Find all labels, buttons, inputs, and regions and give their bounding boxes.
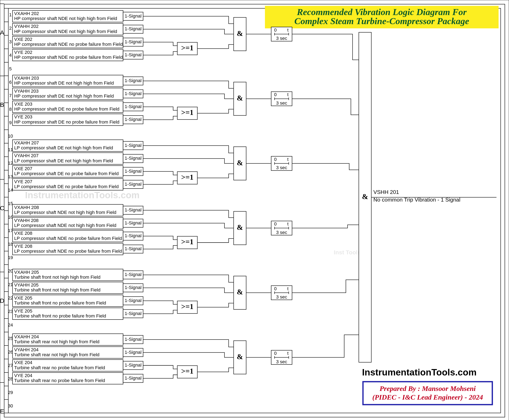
signal-desc: HP compressor shaft NDE not high high fr… [14,16,117,21]
timer-t: t [287,221,289,226]
signal-desc: HP compressor shaft NDE not high high fr… [14,29,117,34]
one-signal-label: 1-Signal [125,156,142,161]
timer-duration: 3 sec [276,230,287,235]
logic-diagram: 1234567891011121314151617181920212223242… [0,0,509,420]
row-number-28: 28 [8,376,13,382]
signal-tag: VYAHH 203 [14,89,38,94]
brand-label: InstrumentationTools.com [362,367,477,377]
row-number-1: 1 [9,12,12,17]
title-line2: Complex Steam Turbine-Compressor Package [294,16,469,26]
signal-desc: LP compressor shaft DE no probe failure … [14,171,119,176]
row-letter-B: B [0,101,4,108]
row-letter-A: A [0,29,4,36]
timer-duration: 3 sec [276,359,287,364]
row-number-13: 13 [8,174,13,179]
output-desc: No common Trip Vibration - 1 Signal [374,197,460,203]
one-signal-label: 1-Signal [125,298,142,303]
signal-tag: VYE 204 [14,373,32,378]
signal-tag: VXE 204 [14,360,32,365]
signal-desc: HP compressor shaft DE no probe failure … [14,120,120,125]
row-letter-C: C [0,205,4,211]
row-number-14: 14 [8,188,13,193]
and-label: & [237,159,243,167]
timer-t: t [287,157,289,162]
row-number-9: 9 [9,120,12,125]
row-number-8: 8 [9,107,12,112]
signal-desc: LP compressor shaft DE not high high fro… [14,145,113,150]
and-label: & [237,94,243,102]
signal-desc: Turbine shaft front not high high from F… [14,287,100,292]
signal-desc: Turbine shaft front no probe failure fro… [14,300,106,306]
or-label: >=1 [181,173,194,181]
timer-t: t [287,286,289,291]
row-number-12: 12 [8,160,13,166]
row-number-2: 2 [9,26,12,31]
row-number-10: 10 [8,134,13,139]
signal-tag: VXE 205 [14,295,32,300]
signal-desc: Turbine shaft front not high high from F… [14,275,100,280]
one-signal-label: 1-Signal [125,272,142,277]
signal-desc: HP compressor shaft NDE no probe failure… [14,55,123,60]
one-signal-label: 1-Signal [125,143,142,148]
timer-zero: 0 [274,221,277,226]
one-signal-label: 1-Signal [125,375,142,381]
signal-tag: VYAHH 202 [14,24,38,29]
signal-tag: VXAHH 205 [14,270,39,275]
row-number-22: 22 [8,295,13,300]
title-line1: Recommended Vibration Logic Diagram For [297,7,467,17]
credit-line2: (PIDEC - I&C Lead Engineer) - 2024 [372,393,483,401]
timer-duration: 3 sec [276,165,287,170]
timer-t: t [287,351,289,356]
or-label: >=1 [181,302,194,311]
signal-tag: VYE 207 [14,179,32,184]
row-number-19: 19 [8,255,13,260]
final-and-label: & [362,193,368,201]
row-number-16: 16 [8,215,13,220]
one-signal-label: 1-Signal [125,220,142,225]
timer-zero: 0 [274,157,277,162]
and-label: & [237,288,243,296]
and-label: & [237,352,243,361]
one-signal-label: 1-Signal [125,91,142,96]
one-signal-label: 1-Signal [125,181,142,187]
timer-t: t [287,92,289,97]
signal-tag: VXE 202 [14,37,32,42]
signal-desc: Turbine shaft rear not high high from Fi… [14,352,99,357]
signal-tag: VXE 203 [14,102,32,107]
signal-tag: VYE 202 [14,50,32,55]
one-signal-label: 1-Signal [125,337,142,342]
signal-tag: VXAHH 208 [14,205,39,210]
signal-desc: LP compressor shaft NDE no probe failure… [14,236,122,241]
signal-tag: VYE 208 [14,244,32,249]
one-signal-label: 1-Signal [125,246,142,251]
timer-duration: 3 sec [276,294,287,300]
row-number-25: 25 [8,336,13,341]
one-signal-label: 1-Signal [125,207,142,212]
signal-desc: LP compressor shaft NDE not high high fr… [14,210,116,215]
or-label: >=1 [181,108,194,117]
row-letter-E: E [0,408,4,415]
signal-tag: VXAHH 203 [14,75,39,81]
or-label: >=1 [181,367,194,375]
timer-zero: 0 [274,351,277,356]
row-number-3: 3 [9,39,12,44]
row-number-7: 7 [9,93,12,98]
signal-tag: VXAHH 207 [14,140,39,145]
watermark-left: InstrumentationTools.com [25,190,140,200]
one-signal-label: 1-Signal [125,311,142,316]
row-number-23: 23 [8,309,13,314]
signal-desc: LP compressor shaft DE not high high fro… [14,158,113,163]
signal-tag: VXAHH 204 [14,334,39,339]
one-signal-label: 1-Signal [125,39,142,44]
signal-tag: VYAHH 207 [14,153,38,158]
signal-desc: HP compressor shaft DE not high high fro… [14,81,114,86]
row-number-21: 21 [8,282,13,287]
one-signal-label: 1-Signal [125,233,142,238]
output-tag: VSHH 201 [374,189,399,195]
timer-duration: 3 sec [276,100,287,106]
one-signal-label: 1-Signal [125,26,142,31]
signal-tag: VYAHH 205 [14,282,38,288]
row-number-18: 18 [8,241,13,247]
timer-zero: 0 [274,92,277,97]
one-signal-label: 1-Signal [125,169,142,174]
